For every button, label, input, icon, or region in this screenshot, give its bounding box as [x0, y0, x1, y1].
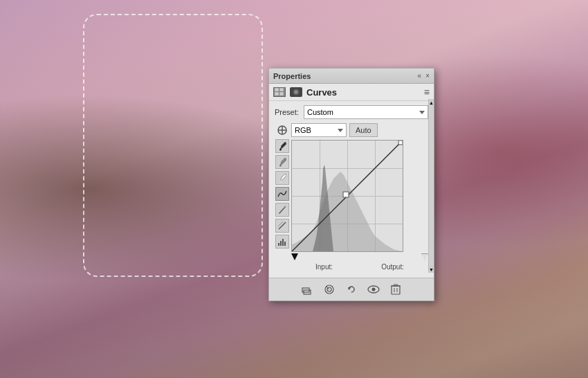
convert-tool[interactable] [275, 219, 289, 233]
properties-panel: Properties « × [268, 68, 434, 301]
delete-button[interactable] [388, 282, 403, 297]
auto-button[interactable]: Auto [349, 123, 378, 137]
eyedropper-grey-tool[interactable] [275, 155, 289, 169]
previous-state-button[interactable] [322, 282, 337, 297]
input-label: Input: [315, 263, 333, 271]
svg-rect-1 [279, 88, 284, 91]
close-button[interactable]: × [425, 72, 430, 80]
curves-container: RGB Red Green Blue Auto [291, 123, 428, 271]
smooth-curve-tool[interactable] [275, 187, 289, 201]
section-title: Curves [306, 87, 337, 98]
svg-rect-28 [392, 286, 400, 294]
bottom-toolbar [269, 278, 434, 300]
svg-line-12 [279, 222, 286, 229]
panel-scrollbar: ▲ ▼ [428, 99, 434, 273]
adjustment-layers-icon[interactable] [273, 87, 286, 97]
scroll-up-arrow[interactable]: ▲ [429, 99, 434, 106]
visibility-button[interactable] [366, 282, 381, 297]
svg-rect-15 [280, 241, 282, 246]
sliders-row [291, 253, 428, 260]
svg-rect-3 [279, 92, 284, 96]
curves-main: RGB Red Green Blue Auto [275, 123, 428, 271]
svg-rect-14 [278, 243, 279, 246]
svg-rect-20 [398, 141, 403, 145]
preset-select[interactable]: Custom Default Linear Contrast Medium Co… [304, 105, 428, 119]
svg-rect-19 [343, 192, 349, 197]
curves-mode-icon[interactable] [290, 87, 302, 97]
reset-button[interactable] [344, 282, 359, 297]
collapse-button[interactable]: « [418, 72, 422, 80]
curves-graph[interactable] [291, 140, 403, 252]
channel-select[interactable]: RGB Red Green Blue [291, 123, 347, 137]
scroll-down-arrow[interactable]: ▼ [429, 266, 434, 273]
svg-point-11 [279, 181, 282, 183]
preset-label: Preset: [275, 108, 300, 116]
panel-titlebar: Properties « × [269, 69, 434, 84]
black-point-slider[interactable] [291, 253, 298, 260]
white-point-slider[interactable] [421, 253, 428, 260]
svg-point-9 [279, 149, 282, 151]
channel-row: RGB Red Green Blue Auto [291, 123, 428, 137]
panel-header: Curves ≡ [269, 84, 434, 101]
io-row: Input: Output: [291, 263, 428, 271]
svg-point-27 [372, 288, 376, 291]
eyedropper-black-tool[interactable] [275, 139, 289, 153]
curves-line [292, 141, 403, 251]
pencil-tool[interactable] [275, 203, 289, 217]
panel-menu-icon[interactable]: ≡ [424, 87, 430, 98]
panel-title: Properties [273, 72, 311, 80]
svg-point-5 [294, 90, 298, 94]
header-left: Curves [273, 87, 337, 98]
svg-rect-17 [284, 242, 286, 246]
histogram-view-tool[interactable] [275, 235, 289, 249]
eyedropper-white-tool[interactable] [275, 171, 289, 185]
svg-rect-2 [275, 92, 279, 96]
left-tools [275, 123, 290, 271]
panel-content: Preset: Custom Default Linear Contrast M… [269, 101, 434, 275]
clip-to-layer-button[interactable] [300, 282, 315, 297]
titlebar-icons: « × [418, 72, 430, 80]
svg-point-10 [279, 165, 282, 167]
on-image-adjust-tool[interactable] [275, 123, 289, 137]
svg-rect-16 [282, 239, 284, 246]
preset-row: Preset: Custom Default Linear Contrast M… [275, 105, 428, 119]
svg-rect-0 [275, 88, 279, 91]
svg-rect-30 [394, 285, 398, 286]
output-label: Output: [381, 263, 404, 271]
